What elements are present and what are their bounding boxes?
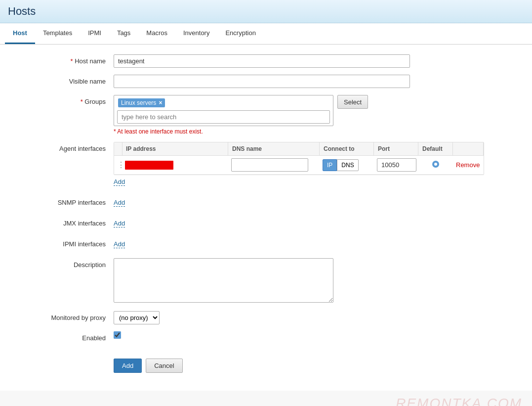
- col-ip-header: IP address: [122, 142, 228, 155]
- connect-cell: IP DNS: [320, 157, 374, 174]
- top-bar: Hosts: [0, 0, 532, 23]
- agent-interfaces-field: IP address DNS name Connect to Port Defa…: [114, 142, 484, 189]
- cancel-button[interactable]: Cancel: [146, 359, 182, 373]
- agent-interfaces-label: Agent interfaces: [15, 142, 114, 152]
- action-cell: Remove: [453, 159, 484, 171]
- jmx-interfaces-row: JMX interfaces Add: [15, 217, 517, 230]
- host-name-field: [114, 54, 410, 68]
- col-connect-header: Connect to: [320, 142, 374, 155]
- action-buttons: Add Cancel: [114, 359, 410, 373]
- enabled-field: [114, 331, 410, 339]
- col-default-header: Default: [418, 142, 453, 155]
- agent-interface-row: ⋮ ●●●●●●●● IP DNS: [114, 156, 484, 175]
- enabled-label: Enabled: [15, 331, 114, 342]
- ipmi-interfaces-row: IPMI interfaces Add: [15, 237, 517, 251]
- agent-interfaces-wrapper: IP address DNS name Connect to Port Defa…: [114, 142, 484, 175]
- agent-interfaces-add-link[interactable]: Add: [114, 178, 125, 186]
- action-buttons-spacer: [15, 349, 114, 352]
- agent-interfaces-row: Agent interfaces IP address DNS name Con…: [15, 142, 517, 189]
- tab-macros[interactable]: Macros: [138, 23, 175, 44]
- proxy-select[interactable]: (no proxy): [114, 311, 160, 324]
- groups-select-button[interactable]: Select: [337, 95, 368, 109]
- host-name-row: Host name: [15, 54, 517, 68]
- group-tag-remove[interactable]: ×: [159, 99, 162, 106]
- jmx-interfaces-add-link[interactable]: Add: [114, 220, 125, 227]
- groups-box[interactable]: Linux servers ×: [114, 95, 333, 126]
- jmx-interfaces-field: Add: [114, 217, 484, 230]
- snmp-interfaces-field: Add: [114, 196, 484, 210]
- watermark: REMONTKA.COM: [0, 391, 532, 406]
- proxy-row: Monitored by proxy (no proxy): [15, 311, 517, 324]
- enabled-checkbox-container: [114, 331, 410, 339]
- col-dns-header: DNS name: [228, 142, 320, 155]
- tab-encryption[interactable]: Encryption: [217, 23, 263, 44]
- col-port-header: Port: [374, 142, 418, 155]
- agent-interfaces-header: IP address DNS name Connect to Port Defa…: [114, 142, 484, 156]
- tab-host[interactable]: Host: [5, 23, 35, 44]
- proxy-field: (no proxy): [114, 311, 410, 324]
- groups-container: Linux servers × Select: [114, 95, 410, 126]
- enabled-row: Enabled: [15, 331, 517, 342]
- default-cell: [418, 158, 453, 172]
- ipmi-interfaces-field: Add: [114, 237, 484, 251]
- visible-name-row: Visible name: [15, 75, 517, 88]
- snmp-interfaces-add-link[interactable]: Add: [114, 199, 125, 207]
- col-action-header: [453, 142, 484, 155]
- groups-label: Groups: [15, 95, 114, 105]
- jmx-interfaces-label: JMX interfaces: [15, 217, 114, 227]
- port-cell: [374, 156, 418, 174]
- connect-ip-button[interactable]: IP: [323, 159, 337, 171]
- ipmi-interfaces-add-link[interactable]: Add: [114, 240, 125, 248]
- tab-ipmi[interactable]: IPMI: [80, 23, 109, 44]
- group-tag-linux-servers: Linux servers ×: [118, 98, 165, 107]
- connect-buttons: IP DNS: [323, 159, 371, 171]
- host-name-input[interactable]: [114, 54, 410, 68]
- group-tag-label: Linux servers: [121, 99, 156, 106]
- add-button[interactable]: Add: [114, 359, 142, 373]
- connect-dns-button[interactable]: DNS: [337, 159, 358, 171]
- host-name-label: Host name: [15, 54, 114, 65]
- description-field: [114, 258, 410, 304]
- action-buttons-field: Add Cancel: [114, 349, 410, 373]
- visible-name-input[interactable]: [114, 75, 410, 88]
- default-radio[interactable]: [432, 161, 439, 168]
- action-buttons-row: Add Cancel: [15, 349, 517, 373]
- ip-cell: ●●●●●●●●: [122, 159, 228, 171]
- groups-search-input[interactable]: [117, 110, 330, 124]
- groups-row: Groups Linux servers × Select * At least…: [15, 95, 517, 135]
- warning-message: * At least one interface must exist.: [114, 128, 410, 135]
- description-textarea[interactable]: [114, 258, 333, 303]
- snmp-interfaces-row: SNMP interfaces Add: [15, 196, 517, 210]
- remove-link[interactable]: Remove: [456, 161, 480, 169]
- enabled-checkbox[interactable]: [114, 331, 121, 339]
- dns-input[interactable]: [231, 158, 308, 172]
- main-content: Host name Visible name Groups Linux serv…: [0, 45, 532, 391]
- tabs-bar: Host Templates IPMI Tags Macros Inventor…: [0, 23, 532, 45]
- page-title: Hosts: [8, 5, 36, 17]
- tab-templates[interactable]: Templates: [35, 23, 80, 44]
- ipmi-interfaces-label: IPMI interfaces: [15, 237, 114, 248]
- ip-address-redacted: ●●●●●●●●: [125, 161, 173, 170]
- snmp-interfaces-label: SNMP interfaces: [15, 196, 114, 206]
- drag-handle[interactable]: ⋮: [114, 158, 122, 172]
- col-drag-header: [114, 142, 123, 155]
- tab-tags[interactable]: Tags: [109, 23, 138, 44]
- port-input[interactable]: [377, 158, 416, 172]
- tab-inventory[interactable]: Inventory: [175, 23, 217, 44]
- description-label: Description: [15, 258, 114, 269]
- dns-cell: [228, 156, 320, 174]
- description-row: Description: [15, 258, 517, 304]
- visible-name-field: [114, 75, 410, 88]
- groups-field: Linux servers × Select * At least one in…: [114, 95, 410, 135]
- visible-name-label: Visible name: [15, 75, 114, 85]
- proxy-label: Monitored by proxy: [15, 311, 114, 321]
